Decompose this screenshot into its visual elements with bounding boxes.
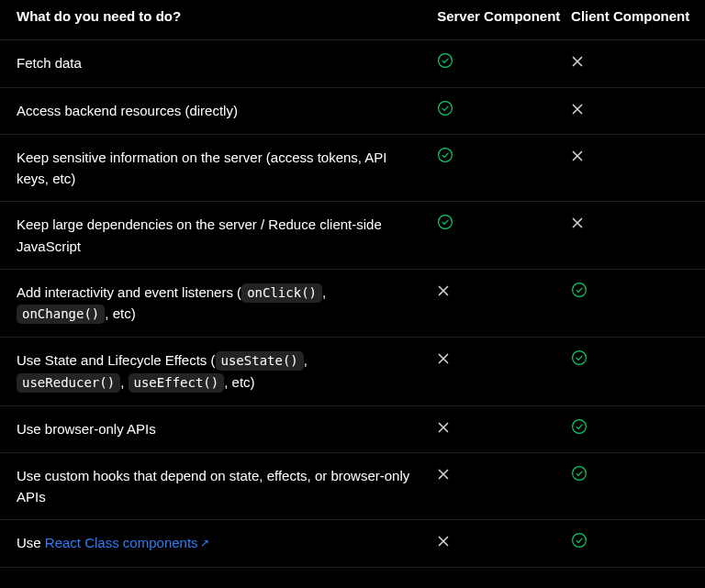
check-icon [571,532,588,549]
table-header: What do you need to do? Server Component… [0,0,705,40]
server-cell [437,87,571,134]
client-cell [571,40,705,87]
check-icon [437,100,453,116]
task-cell: Keep sensitive information on the server… [0,134,437,202]
server-cell [437,40,571,87]
table-body: Fetch dataAccess backend resources (dire… [0,40,705,567]
check-icon [437,147,453,163]
svg-point-6 [573,419,587,433]
x-icon [571,150,584,162]
client-cell [571,452,705,520]
task-cell: Add interactivity and event listeners (o… [0,269,437,337]
x-icon [571,55,584,68]
svg-point-4 [573,283,587,296]
table-row: Add interactivity and event listeners (o… [0,269,705,337]
header-client: Client Component [571,0,705,40]
client-cell [571,269,705,337]
svg-point-2 [439,148,453,161]
server-cell [437,452,571,520]
task-cell: Use browser-only APIs [0,405,437,452]
code-token: useReducer() [17,373,120,393]
check-icon [571,418,588,435]
x-icon [437,468,450,481]
check-icon [437,52,453,69]
task-cell: Keep large dependencies on the server / … [0,202,437,270]
client-cell [571,520,705,567]
doc-link[interactable]: React Class components↗ [45,535,209,550]
svg-point-3 [439,216,453,229]
code-token: useState() [216,351,304,371]
code-token: onChange() [17,305,105,324]
comparison-table: What do you need to do? Server Component… [0,0,705,568]
header-server: Server Component [437,0,571,40]
table-row: Fetch data [0,40,705,87]
header-task: What do you need to do? [0,0,437,40]
table-row: Keep large dependencies on the server / … [0,202,705,270]
x-icon [571,216,584,229]
server-cell [437,405,571,452]
table-row: Use State and Lifecycle Effects (useStat… [0,338,705,405]
x-icon [437,352,450,365]
task-cell: Access backend resources (directly) [0,87,437,134]
server-cell [437,338,571,405]
x-icon [437,284,450,297]
table-row: Keep sensitive information on the server… [0,134,705,202]
client-cell [571,202,705,270]
client-cell [571,134,705,202]
svg-point-0 [439,54,453,68]
check-icon [571,349,588,366]
server-cell [437,520,571,567]
client-cell [571,87,705,134]
code-token: useEffect() [129,373,225,393]
table-row: Use React Class components↗ [0,520,705,567]
svg-point-5 [573,351,587,365]
x-icon [437,421,450,434]
client-cell [571,405,705,452]
task-cell: Use React Class components↗ [0,520,437,567]
server-cell [437,269,571,337]
check-icon [571,465,588,482]
svg-point-7 [573,466,587,480]
code-token: onClick() [241,283,322,303]
task-cell: Use custom hooks that depend on state, e… [0,452,437,520]
table-row: Use browser-only APIs [0,405,705,452]
task-cell: Fetch data [0,40,437,87]
check-icon [437,214,453,230]
table-row: Access backend resources (directly) [0,87,705,134]
check-icon [571,282,588,298]
task-cell: Use State and Lifecycle Effects (useStat… [0,338,437,405]
external-link-icon: ↗ [200,537,209,549]
table-row: Use custom hooks that depend on state, e… [0,452,705,520]
server-cell [437,134,571,202]
client-cell [571,338,705,405]
svg-point-8 [573,534,587,548]
svg-point-1 [439,101,453,115]
server-cell [437,202,571,270]
x-icon [437,535,450,548]
x-icon [571,103,584,116]
